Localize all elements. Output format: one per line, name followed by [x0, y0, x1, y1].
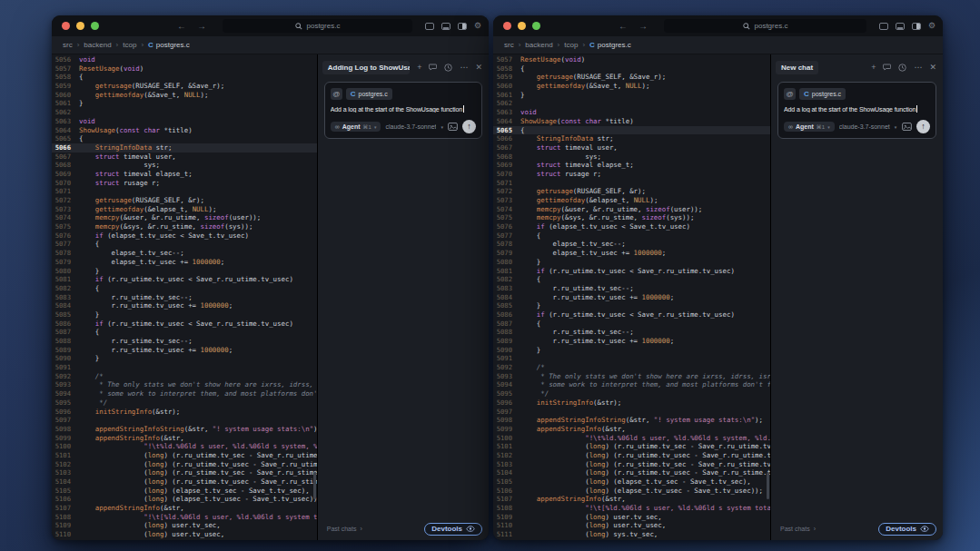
file-tab[interactable]: postgres.c: [223, 19, 412, 33]
code-line[interactable]: 5070 struct rusage r;: [493, 170, 770, 179]
code-line[interactable]: 5107 appendStringInfo(&str,: [52, 504, 317, 513]
code-line[interactable]: 5060 gettimeofday(&Save_t, NULL);: [493, 82, 770, 91]
breadcrumb-dir[interactable]: backend: [84, 41, 111, 49]
code-line[interactable]: 5082 {: [52, 284, 317, 293]
code-line[interactable]: 5100 "!\t%ld.%06ld s user, %ld.%06ld s s…: [493, 434, 770, 443]
code-line[interactable]: 5069 struct timeval elapse_t;: [493, 161, 770, 170]
chat-tab-title[interactable]: Adding Log to ShowUsage F: [322, 61, 410, 74]
code-line[interactable]: 5065{: [493, 126, 770, 135]
toggle-right-dock-icon[interactable]: [912, 23, 921, 30]
code-line[interactable]: 5099 appendStringInfo(&str,: [52, 434, 317, 443]
thread-bubble-icon[interactable]: [883, 64, 891, 71]
code-line[interactable]: 5072 getrusage(RUSAGE_SELF, &r);: [493, 187, 770, 196]
code-line[interactable]: 5087 {: [52, 328, 317, 337]
context-file-chip[interactable]: C postgres.c: [346, 88, 392, 100]
chat-input-card[interactable]: @ C postgres.c Add a log at the start of…: [777, 82, 936, 139]
toggle-bottom-dock-icon[interactable]: [896, 23, 905, 30]
code-line[interactable]: 5078 elapse_t.tv_sec--;: [493, 240, 770, 249]
code-line[interactable]: 5068 sys;: [52, 161, 317, 170]
code-line[interactable]: 5093 * The only stats we don't show here…: [493, 372, 770, 381]
minimize-window-button[interactable]: [76, 22, 84, 30]
code-line[interactable]: 5106 (long) (elapse_t.tv_usec - Save_t.t…: [493, 487, 770, 496]
code-line[interactable]: 5097: [52, 416, 317, 425]
code-line[interactable]: 5075 memcpy(&sys, &r.ru_stime, sizeof(sy…: [493, 213, 770, 222]
toggle-bottom-dock-icon[interactable]: [441, 23, 450, 30]
agent-mode-selector[interactable]: ∞ Agent ⌘1 ▾: [784, 122, 835, 132]
toggle-right-dock-icon[interactable]: [458, 23, 467, 30]
close-window-button[interactable]: [503, 22, 511, 30]
code-editor[interactable]: 5057ResetUsage(void)5058{5059 getrusage(…: [493, 54, 770, 540]
code-line[interactable]: 5073 gettimeofday(&elapse_t, NULL);: [493, 196, 770, 205]
code-line[interactable]: 5080 }: [493, 258, 770, 267]
new-thread-icon[interactable]: +: [417, 63, 421, 72]
code-line[interactable]: 5062: [52, 108, 317, 117]
code-line[interactable]: 5083 r.ru_utime.tv_sec--;: [493, 284, 770, 293]
code-line[interactable]: 5090 }: [493, 346, 770, 355]
model-selector[interactable]: claude-3.7-sonnet: [385, 123, 436, 130]
code-line[interactable]: 5101 (long) (r.ru_utime.tv_sec - Save_r.…: [493, 442, 770, 451]
code-line[interactable]: 5096 initStringInfo(&str);: [493, 398, 770, 408]
code-line[interactable]: 5105 (long) (elapse_t.tv_sec - Save_t.tv…: [52, 487, 317, 496]
settings-gear-icon[interactable]: ⚙: [928, 22, 935, 30]
code-line[interactable]: 5068 sys;: [493, 153, 770, 162]
chat-input-card[interactable]: @ C postgres.c Add a log at the start of…: [324, 82, 482, 139]
code-line[interactable]: 5092 /*: [493, 363, 770, 372]
more-options-icon[interactable]: ⋯: [460, 63, 468, 72]
code-line[interactable]: 5073 gettimeofday(&elapse_t, NULL);: [52, 205, 317, 214]
attach-image-icon[interactable]: [448, 123, 458, 131]
code-line[interactable]: 5107 appendStringInfo(&str,: [493, 495, 770, 504]
agent-mode-selector[interactable]: ∞ Agent ⌘1 ▾: [331, 122, 381, 132]
past-chats-link[interactable]: Past chats ›: [327, 526, 362, 532]
code-line[interactable]: 5106 (long) (elapse_t.tv_usec - Save_t.t…: [52, 495, 317, 504]
back-icon[interactable]: ←: [177, 21, 186, 31]
send-button[interactable]: ↑: [462, 120, 476, 133]
code-line[interactable]: 5108 "!\t[%ld.%06ld s user, %ld.%06ld s …: [52, 513, 317, 522]
code-line[interactable]: 5089 r.ru_stime.tv_usec += 1000000;: [493, 337, 770, 346]
more-options-icon[interactable]: ⋯: [914, 63, 922, 72]
mention-icon[interactable]: @: [784, 88, 796, 100]
scrollbar-thumb[interactable]: [767, 472, 769, 499]
mention-icon[interactable]: @: [331, 88, 342, 100]
code-line[interactable]: 5093 * The only stats we don't show here…: [52, 380, 317, 389]
code-line[interactable]: 5102 (long) (r.ru_utime.tv_usec - Save_r…: [52, 460, 317, 469]
code-line[interactable]: 5080 }: [52, 267, 317, 276]
breadcrumb-dir[interactable]: tcop: [564, 41, 578, 49]
forward-icon[interactable]: →: [197, 21, 206, 31]
code-line[interactable]: 5091: [493, 354, 770, 363]
code-line[interactable]: 5096 initStringInfo(&str);: [52, 408, 317, 417]
code-line[interactable]: 5070 struct rusage r;: [52, 179, 317, 188]
code-line[interactable]: 5079 elapse_t.tv_usec += 1000000;: [52, 258, 317, 267]
forward-icon[interactable]: →: [638, 21, 648, 31]
code-line[interactable]: 5082 {: [493, 275, 770, 284]
code-line[interactable]: 5086 if (r.ru_stime.tv_usec < Save_r.ru_…: [52, 320, 317, 329]
context-file-chip[interactable]: C postgres.c: [799, 88, 846, 100]
code-line[interactable]: 5074 memcpy(&user, &r.ru_utime, sizeof(u…: [493, 205, 770, 214]
code-line[interactable]: 5091: [52, 363, 317, 372]
code-line[interactable]: 5102 (long) (r.ru_utime.tv_usec - Save_r…: [493, 451, 770, 460]
code-line[interactable]: 5065{: [52, 134, 317, 143]
code-line[interactable]: 5061}: [52, 99, 317, 108]
back-icon[interactable]: ←: [619, 21, 628, 31]
code-line[interactable]: 5083 r.ru_utime.tv_sec--;: [52, 293, 317, 302]
code-line[interactable]: 5085 }: [52, 310, 317, 320]
code-line[interactable]: 5094 * some work to interpret them, and …: [52, 389, 317, 398]
code-line[interactable]: 5058{: [493, 64, 770, 74]
code-line[interactable]: 5074 memcpy(&user, &r.ru_utime, sizeof(u…: [52, 213, 317, 222]
code-line[interactable]: 5056void: [52, 55, 317, 64]
code-line[interactable]: 5066 StringInfoData str;: [52, 143, 317, 153]
code-line[interactable]: 5078 elapse_t.tv_sec--;: [52, 249, 317, 258]
code-line[interactable]: 5084 r.ru_utime.tv_usec += 1000000;: [493, 293, 770, 302]
code-line[interactable]: 5086 if (r.ru_stime.tv_usec < Save_r.ru_…: [493, 310, 770, 320]
zoom-window-button[interactable]: [91, 22, 99, 30]
chat-message-input[interactable]: Add a log at the start of the ShowUsage …: [331, 105, 476, 113]
minimize-window-button[interactable]: [518, 22, 526, 30]
breadcrumb-dir[interactable]: tcop: [123, 41, 136, 49]
code-line[interactable]: 5097: [493, 408, 770, 417]
breadcrumb-file[interactable]: C postgres.c: [148, 41, 190, 49]
code-line[interactable]: 5067 struct timeval user,: [52, 153, 317, 162]
code-line[interactable]: 5062: [493, 99, 770, 108]
code-line[interactable]: 5109 (long) user.tv_sec,: [493, 513, 770, 522]
code-line[interactable]: 5079 elapse_t.tv_usec += 1000000;: [493, 249, 770, 258]
zoom-window-button[interactable]: [532, 22, 540, 30]
code-line[interactable]: 5100 "!\t%ld.%06ld s user, %ld.%06ld s s…: [52, 442, 317, 451]
